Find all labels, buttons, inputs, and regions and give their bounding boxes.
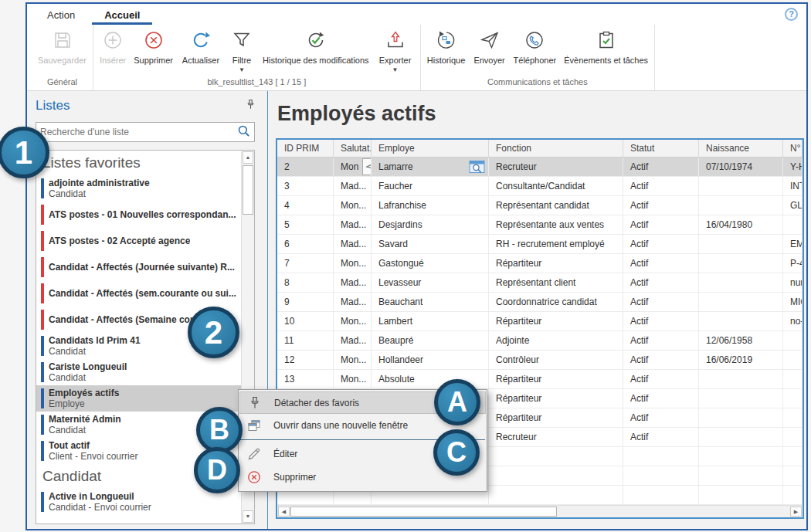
cell-text: 10 xyxy=(284,316,294,327)
history-button[interactable]: Historique xyxy=(423,25,470,66)
list-item[interactable]: ATS postes - 02 Accepté agence xyxy=(36,228,241,254)
send-icon xyxy=(480,30,500,53)
table-cell: Hollandeer xyxy=(372,351,489,369)
table-row[interactable]: 7Mon...GastonguéRépartiteurActifP-401 xyxy=(277,254,803,273)
column-header[interactable]: N° Emp xyxy=(783,140,803,157)
table-row[interactable]: 2MonLamarreRecruteurActif07/10/1974Y-HKJ xyxy=(277,158,803,177)
export-button[interactable]: Exporter ▼ xyxy=(373,25,418,72)
table-cell xyxy=(783,351,803,369)
tab-action[interactable]: Action xyxy=(35,6,87,25)
table-cell: Actif xyxy=(623,235,699,253)
scrollbar-thumb[interactable] xyxy=(243,165,253,215)
refresh-button[interactable]: Actualiser xyxy=(177,25,225,66)
list-item-subtitle: Employe xyxy=(49,398,238,409)
cell-text: Mad... xyxy=(341,277,366,288)
cell-text: Actif xyxy=(630,200,648,211)
open-record-icon[interactable] xyxy=(468,159,486,175)
phone-button[interactable]: Téléphoner xyxy=(510,25,561,66)
table-cell xyxy=(699,447,783,466)
list-item-title: ATS postes - 02 Accepté agence xyxy=(49,236,190,246)
table-cell: Actif xyxy=(623,408,699,427)
scroll-down-arrow-icon[interactable]: ▼ xyxy=(243,510,253,523)
list-item-color-bar xyxy=(41,336,44,356)
menu-item-label: Éditer xyxy=(273,449,297,459)
change-history-button[interactable]: Historique des modifications xyxy=(259,25,373,66)
table-cell: num08 xyxy=(783,273,803,292)
table-cell: Adjointe xyxy=(489,331,623,350)
list-item[interactable]: Candidat - Affectés (Journée suivante) R… xyxy=(36,254,241,280)
cell-text: Mon... xyxy=(341,316,366,327)
table-row[interactable]: 4Mon...LafranchiseReprésentant candidatA… xyxy=(277,196,803,215)
table-row[interactable]: 11Mad...BeaupréAdjointeActif12/06/1958 xyxy=(277,331,803,351)
table-row[interactable]: 10Mon...LambertRépartiteurActifno-pie xyxy=(277,312,803,331)
column-header[interactable]: ID PRIM xyxy=(277,140,334,157)
filter-button[interactable]: Filtre ▼ xyxy=(225,25,259,72)
callout-badge-a: A xyxy=(434,379,480,425)
list-item-color-bar xyxy=(41,231,44,251)
events-tasks-button[interactable]: Évènements et tâches xyxy=(560,25,652,66)
search-icon[interactable] xyxy=(237,124,250,141)
table-cell: Actif xyxy=(623,273,699,292)
table-row[interactable]: 5Mad...DesjardinsReprésentante aux vente… xyxy=(277,215,803,235)
cell-text: no-pie xyxy=(790,316,803,327)
table-row[interactable]: 9Mad...BeauchantCoordonnatrice candidatA… xyxy=(277,293,803,312)
table-cell: Mad... xyxy=(334,235,372,253)
table-cell: 9 xyxy=(277,293,334,311)
cell-text: Représentant candidat xyxy=(496,200,589,211)
table-horizontal-scrollbar[interactable]: ◀ ▶ xyxy=(277,505,803,517)
tab-accueil[interactable]: Accueil xyxy=(92,6,152,25)
list-item-color-bar xyxy=(41,415,44,435)
table-cell xyxy=(699,370,783,388)
table-cell: Mon... xyxy=(334,254,372,273)
list-item[interactable]: Employés actifsEmploye xyxy=(36,385,241,412)
list-item[interactable]: ATS postes - 01 Nouvelles correspondan..… xyxy=(36,202,241,228)
send-row-icon[interactable] xyxy=(362,158,372,175)
pin-icon[interactable] xyxy=(245,99,256,114)
table-row[interactable]: 3Mad...FaucherConsultante/CandidatActifI… xyxy=(277,177,803,196)
help-icon[interactable]: ? xyxy=(785,8,798,21)
table-row[interactable]: 6Mad...SavardRH - recrutement employéAct… xyxy=(277,235,803,254)
table-cell: Levasseur xyxy=(372,273,489,292)
cell-text: Mad... xyxy=(341,296,366,307)
table-row[interactable]: 12Mon...HollandeerContrôleurActif16/06/2… xyxy=(277,351,803,370)
cell-text: Absolute xyxy=(378,374,415,385)
table-cell: Beaupré xyxy=(372,331,489,350)
ribbon-group-communications: Historique Envoyer Téléphoner Évènements… xyxy=(421,25,656,90)
scroll-up-arrow-icon[interactable]: ▲ xyxy=(243,151,253,164)
scrollbar-thumb[interactable] xyxy=(290,507,557,517)
list-item[interactable]: Cariste LongueuilCandidat xyxy=(36,359,241,385)
table-row[interactable]: 8Mad...LevasseurReprésentant clientActif… xyxy=(277,273,803,293)
export-icon xyxy=(385,30,406,53)
table-cell: Mon... xyxy=(334,351,372,369)
scroll-right-arrow-icon[interactable]: ▶ xyxy=(790,507,802,517)
cell-text: Coordonnatrice candidat xyxy=(496,296,597,307)
cell-text: 13 xyxy=(284,374,294,385)
list-item[interactable]: adjointe administrativeCandidat xyxy=(36,175,241,202)
list-item-color-bar xyxy=(41,492,44,512)
list-item-title: Employés actifs xyxy=(49,388,238,398)
cell-text: Faucher xyxy=(378,181,412,191)
scroll-left-arrow-icon[interactable]: ◀ xyxy=(278,507,290,517)
table-cell xyxy=(489,466,623,485)
table-cell: 7 xyxy=(277,254,334,273)
column-header[interactable]: Naissance xyxy=(699,140,783,157)
column-header[interactable]: Fonction xyxy=(489,140,623,157)
table-cell: Représentant candidat xyxy=(489,196,623,215)
list-item[interactable]: Active in LongueuilCandidat - Envoi cour… xyxy=(36,489,241,515)
table-cell: 10 xyxy=(277,312,334,330)
cell-text: Mon... xyxy=(341,258,366,269)
list-section-header: Listes favorites xyxy=(36,151,241,175)
window-icon xyxy=(246,418,262,433)
column-header[interactable]: Salutat... xyxy=(334,140,372,157)
chevron-down-icon: ▼ xyxy=(392,68,399,72)
list-item-text: Candidat - Affectés (Journée suivante) R… xyxy=(49,262,235,273)
column-header[interactable]: Statut xyxy=(623,140,699,157)
delete-button[interactable]: Supprimer xyxy=(130,25,177,66)
table-cell: Actif xyxy=(623,177,699,195)
table-cell xyxy=(699,428,783,446)
send-button[interactable]: Envoyer xyxy=(470,25,510,66)
column-header[interactable]: Employe xyxy=(372,140,489,157)
table-row[interactable]: 13Mon...AbsoluteRépartiteurActif xyxy=(277,370,803,389)
search-input[interactable] xyxy=(40,127,237,137)
list-item[interactable]: Candidat - Affectés (sem.courante ou sui… xyxy=(36,280,241,307)
